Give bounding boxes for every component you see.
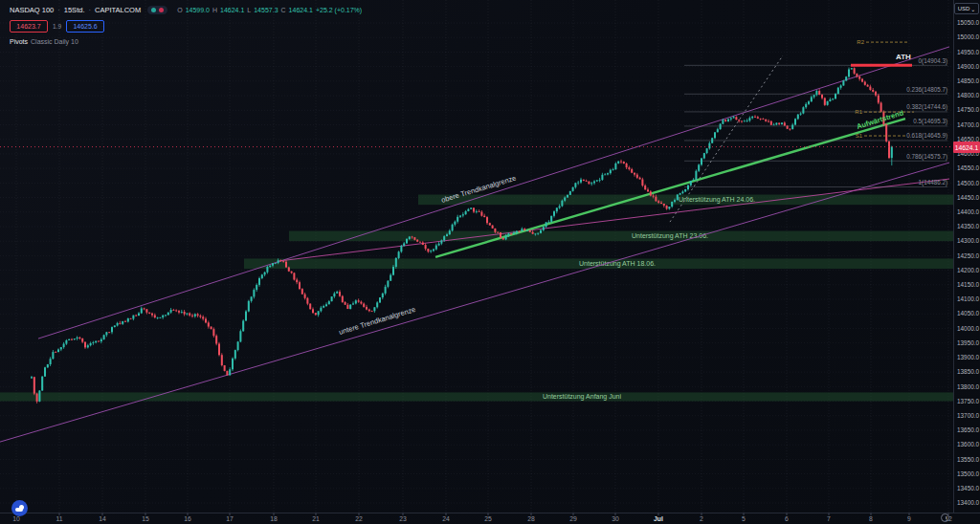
candlestick <box>382 294 384 297</box>
candlestick <box>746 120 748 121</box>
candlestick <box>479 211 480 212</box>
upper-channel-line[interactable] <box>38 47 949 338</box>
candlestick <box>288 268 290 272</box>
candlestick <box>626 164 628 167</box>
price-axis-label[interactable]: 13650.0 <box>957 426 980 433</box>
price-axis-label[interactable]: 14400.0 <box>957 208 980 215</box>
price-axis-label[interactable]: 14750.0 <box>957 106 980 113</box>
time-axis-label[interactable]: 9 <box>907 515 911 522</box>
magenta-support-line[interactable] <box>278 179 949 261</box>
price-axis-label[interactable]: 14700.0 <box>957 121 980 128</box>
price-axis-label[interactable]: 15000.0 <box>957 33 980 40</box>
market-status-badge[interactable] <box>147 6 167 14</box>
price-axis-label[interactable]: 15050.0 <box>957 19 980 26</box>
candlestick <box>323 306 324 308</box>
time-axis-label[interactable]: 30 <box>612 515 619 522</box>
candlestick <box>580 180 582 183</box>
support-zone[interactable] <box>289 231 953 242</box>
indicator-row[interactable]: PivotsClassic Daily 10 <box>10 38 362 45</box>
exchange-label[interactable]: CAPITALCOM <box>95 6 141 14</box>
time-axis-label[interactable]: Jul <box>654 515 663 522</box>
price-axis-label[interactable]: 13450.0 <box>957 485 980 491</box>
price-axis-label[interactable]: 14350.0 <box>957 223 980 229</box>
candlestick <box>738 120 740 120</box>
market-alert-dot-icon <box>159 8 164 12</box>
price-axis-label[interactable]: 14150.0 <box>957 281 980 288</box>
candlestick <box>130 318 132 319</box>
sell-button[interactable]: 14623.7 <box>10 20 48 33</box>
candlestick <box>596 180 598 181</box>
time-axis-label[interactable]: 21 <box>312 515 320 522</box>
price-axis-label[interactable]: 14950.0 <box>957 49 980 55</box>
time-axis-label[interactable]: 25 <box>484 515 492 522</box>
price-axis-label[interactable]: 13400.0 <box>957 499 980 506</box>
candlestick <box>711 138 713 142</box>
price-axis-label[interactable]: 13700.0 <box>957 412 980 419</box>
candlestick <box>604 174 606 175</box>
candlestick <box>636 175 638 178</box>
support-zone-label: Unterstützung ATH 23.06. <box>632 232 708 240</box>
trading-chart-window: Unterstützung ATH 24.06.Unterstützung AT… <box>0 0 980 524</box>
time-axis-label[interactable]: 24 <box>442 515 450 522</box>
symbol-name[interactable]: NASDAQ 100 <box>10 6 54 14</box>
price-axis-label[interactable]: 13550.0 <box>957 456 980 463</box>
price-axis-label[interactable]: 13600.0 <box>957 441 980 448</box>
candlestick <box>875 92 877 96</box>
time-axis-label[interactable]: 10 <box>12 515 20 522</box>
time-axis-label[interactable]: 6 <box>785 515 789 522</box>
price-axis-label[interactable]: 14250.0 <box>957 252 980 259</box>
candlestick <box>872 90 874 92</box>
support-zone-label: Unterstützung ATH 24.06. <box>679 196 755 204</box>
symbol-row[interactable]: NASDAQ 100 · 15Std. · CAPITALCOM O 14599… <box>10 6 362 14</box>
time-axis-label[interactable]: 11 <box>56 515 62 522</box>
interval-label[interactable]: 15Std. <box>64 6 85 14</box>
time-axis-label[interactable]: 5 <box>742 515 746 522</box>
candlestick <box>433 250 434 251</box>
time-axis-label[interactable]: 18 <box>270 515 278 522</box>
price-axis-label[interactable]: 14450.0 <box>957 194 980 201</box>
time-axis-label[interactable]: 29 <box>569 515 577 522</box>
time-axis-label[interactable]: 2 <box>700 515 703 522</box>
candlestick <box>628 167 630 169</box>
currency-unit-button[interactable]: USD ⌄ <box>954 3 979 14</box>
time-axis-label[interactable]: 16 <box>184 515 191 522</box>
price-axis-label[interactable]: 14550.0 <box>957 164 980 171</box>
time-axis-label[interactable]: 17 <box>226 515 234 522</box>
candlestick <box>869 87 871 90</box>
time-axis-label[interactable]: 28 <box>527 515 535 522</box>
candlestick <box>251 296 253 300</box>
time-axis-label[interactable]: 8 <box>869 515 873 522</box>
price-axis-label[interactable]: 13750.0 <box>957 398 980 404</box>
candlestick <box>800 114 802 115</box>
buy-button[interactable]: 14625.6 <box>66 20 104 33</box>
price-axis-label[interactable]: 13500.0 <box>957 470 980 477</box>
price-axis-label[interactable]: 13900.0 <box>957 354 980 360</box>
price-axis-label[interactable]: 14300.0 <box>957 237 980 244</box>
price-axis-label[interactable]: 13850.0 <box>957 368 980 375</box>
price-axis-label[interactable]: 13950.0 <box>957 339 980 346</box>
clock-icon[interactable] <box>941 513 949 522</box>
candlestick <box>199 316 201 317</box>
price-axis-label[interactable]: 14050.0 <box>957 310 980 317</box>
candlestick <box>248 301 250 312</box>
tradingview-logo-icon[interactable] <box>11 500 28 516</box>
price-axis-label[interactable]: 14850.0 <box>957 77 980 84</box>
price-axis-label[interactable]: 14100.0 <box>957 295 980 302</box>
price-axis-label[interactable]: 14800.0 <box>957 92 980 98</box>
candlestick <box>100 339 102 341</box>
indicator-name[interactable]: Pivots <box>10 38 28 45</box>
time-axis-label[interactable]: 14 <box>99 515 106 522</box>
time-axis-label[interactable]: 15 <box>142 515 149 522</box>
time-axis-label[interactable]: 22 <box>355 515 363 522</box>
candlestick <box>413 237 415 240</box>
price-chart[interactable]: Unterstützung ATH 24.06.Unterstützung AT… <box>0 0 980 524</box>
candlestick <box>256 285 257 290</box>
price-axis-label[interactable]: 14500.0 <box>957 180 980 186</box>
candlestick <box>586 181 588 182</box>
time-axis-label[interactable]: 23 <box>399 515 407 522</box>
price-axis-label[interactable]: 14900.0 <box>957 63 980 70</box>
price-axis-label[interactable]: 14000.0 <box>957 325 980 332</box>
price-axis-label[interactable]: 14200.0 <box>957 267 980 273</box>
time-axis-label[interactable]: 7 <box>827 515 831 522</box>
price-axis-label[interactable]: 13800.0 <box>957 383 980 390</box>
